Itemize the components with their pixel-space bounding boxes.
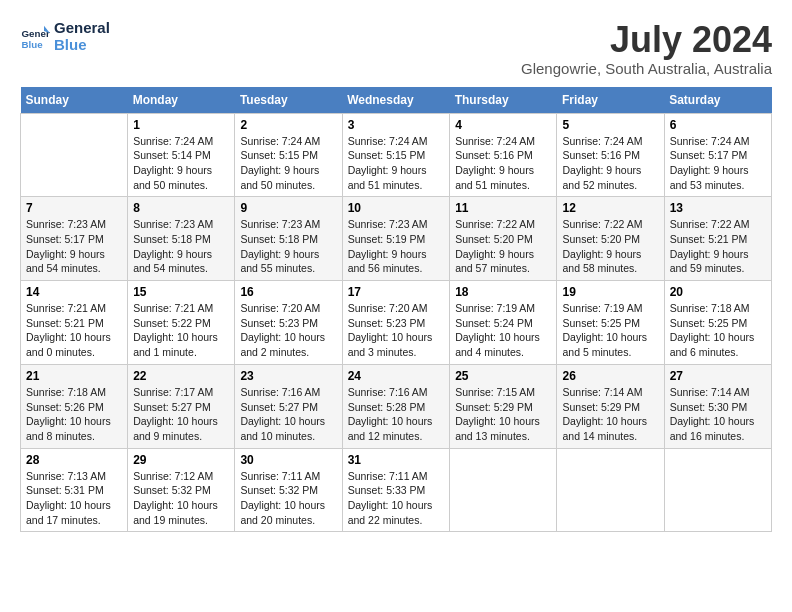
calendar-cell: 8Sunrise: 7:23 AM Sunset: 5:18 PM Daylig… xyxy=(128,197,235,281)
calendar-cell: 7Sunrise: 7:23 AM Sunset: 5:17 PM Daylig… xyxy=(21,197,128,281)
location-subtitle: Glengowrie, South Australia, Australia xyxy=(521,60,772,77)
title-block: July 2024 Glengowrie, South Australia, A… xyxy=(521,20,772,77)
calendar-cell: 14Sunrise: 7:21 AM Sunset: 5:21 PM Dayli… xyxy=(21,281,128,365)
day-info: Sunrise: 7:22 AM Sunset: 5:20 PM Dayligh… xyxy=(562,217,658,276)
calendar-cell: 21Sunrise: 7:18 AM Sunset: 5:26 PM Dayli… xyxy=(21,364,128,448)
week-row-3: 14Sunrise: 7:21 AM Sunset: 5:21 PM Dayli… xyxy=(21,281,772,365)
calendar-cell: 6Sunrise: 7:24 AM Sunset: 5:17 PM Daylig… xyxy=(664,113,771,197)
day-info: Sunrise: 7:20 AM Sunset: 5:23 PM Dayligh… xyxy=(240,301,336,360)
logo: General Blue General Blue xyxy=(20,20,110,53)
calendar-cell: 10Sunrise: 7:23 AM Sunset: 5:19 PM Dayli… xyxy=(342,197,450,281)
day-info: Sunrise: 7:20 AM Sunset: 5:23 PM Dayligh… xyxy=(348,301,445,360)
weekday-header-sunday: Sunday xyxy=(21,87,128,114)
day-info: Sunrise: 7:15 AM Sunset: 5:29 PM Dayligh… xyxy=(455,385,551,444)
calendar-cell xyxy=(557,448,664,532)
day-info: Sunrise: 7:16 AM Sunset: 5:27 PM Dayligh… xyxy=(240,385,336,444)
day-number: 9 xyxy=(240,201,336,215)
day-number: 4 xyxy=(455,118,551,132)
calendar-cell: 5Sunrise: 7:24 AM Sunset: 5:16 PM Daylig… xyxy=(557,113,664,197)
day-info: Sunrise: 7:19 AM Sunset: 5:24 PM Dayligh… xyxy=(455,301,551,360)
month-title: July 2024 xyxy=(521,20,772,60)
day-info: Sunrise: 7:17 AM Sunset: 5:27 PM Dayligh… xyxy=(133,385,229,444)
day-number: 18 xyxy=(455,285,551,299)
calendar-cell: 29Sunrise: 7:12 AM Sunset: 5:32 PM Dayli… xyxy=(128,448,235,532)
week-row-1: 1Sunrise: 7:24 AM Sunset: 5:14 PM Daylig… xyxy=(21,113,772,197)
day-number: 16 xyxy=(240,285,336,299)
day-number: 13 xyxy=(670,201,766,215)
day-number: 28 xyxy=(26,453,122,467)
page-header: General Blue General Blue July 2024 Glen… xyxy=(20,20,772,77)
day-number: 8 xyxy=(133,201,229,215)
day-info: Sunrise: 7:23 AM Sunset: 5:18 PM Dayligh… xyxy=(240,217,336,276)
day-info: Sunrise: 7:11 AM Sunset: 5:33 PM Dayligh… xyxy=(348,469,445,528)
svg-text:Blue: Blue xyxy=(22,38,44,49)
day-number: 22 xyxy=(133,369,229,383)
day-info: Sunrise: 7:22 AM Sunset: 5:20 PM Dayligh… xyxy=(455,217,551,276)
day-info: Sunrise: 7:13 AM Sunset: 5:31 PM Dayligh… xyxy=(26,469,122,528)
day-info: Sunrise: 7:23 AM Sunset: 5:18 PM Dayligh… xyxy=(133,217,229,276)
week-row-5: 28Sunrise: 7:13 AM Sunset: 5:31 PM Dayli… xyxy=(21,448,772,532)
calendar-cell: 16Sunrise: 7:20 AM Sunset: 5:23 PM Dayli… xyxy=(235,281,342,365)
day-number: 23 xyxy=(240,369,336,383)
day-info: Sunrise: 7:19 AM Sunset: 5:25 PM Dayligh… xyxy=(562,301,658,360)
calendar-table: SundayMondayTuesdayWednesdayThursdayFrid… xyxy=(20,87,772,533)
weekday-header-thursday: Thursday xyxy=(450,87,557,114)
weekday-header-row: SundayMondayTuesdayWednesdayThursdayFrid… xyxy=(21,87,772,114)
calendar-cell: 25Sunrise: 7:15 AM Sunset: 5:29 PM Dayli… xyxy=(450,364,557,448)
day-number: 30 xyxy=(240,453,336,467)
calendar-cell: 20Sunrise: 7:18 AM Sunset: 5:25 PM Dayli… xyxy=(664,281,771,365)
day-info: Sunrise: 7:24 AM Sunset: 5:14 PM Dayligh… xyxy=(133,134,229,193)
day-number: 11 xyxy=(455,201,551,215)
day-number: 3 xyxy=(348,118,445,132)
day-info: Sunrise: 7:12 AM Sunset: 5:32 PM Dayligh… xyxy=(133,469,229,528)
day-info: Sunrise: 7:21 AM Sunset: 5:22 PM Dayligh… xyxy=(133,301,229,360)
calendar-cell: 19Sunrise: 7:19 AM Sunset: 5:25 PM Dayli… xyxy=(557,281,664,365)
weekday-header-friday: Friday xyxy=(557,87,664,114)
calendar-cell: 9Sunrise: 7:23 AM Sunset: 5:18 PM Daylig… xyxy=(235,197,342,281)
day-info: Sunrise: 7:23 AM Sunset: 5:19 PM Dayligh… xyxy=(348,217,445,276)
calendar-cell: 1Sunrise: 7:24 AM Sunset: 5:14 PM Daylig… xyxy=(128,113,235,197)
day-number: 27 xyxy=(670,369,766,383)
day-info: Sunrise: 7:11 AM Sunset: 5:32 PM Dayligh… xyxy=(240,469,336,528)
day-info: Sunrise: 7:14 AM Sunset: 5:30 PM Dayligh… xyxy=(670,385,766,444)
calendar-cell: 18Sunrise: 7:19 AM Sunset: 5:24 PM Dayli… xyxy=(450,281,557,365)
calendar-cell: 23Sunrise: 7:16 AM Sunset: 5:27 PM Dayli… xyxy=(235,364,342,448)
day-number: 14 xyxy=(26,285,122,299)
calendar-cell: 3Sunrise: 7:24 AM Sunset: 5:15 PM Daylig… xyxy=(342,113,450,197)
day-number: 5 xyxy=(562,118,658,132)
day-number: 17 xyxy=(348,285,445,299)
weekday-header-monday: Monday xyxy=(128,87,235,114)
day-number: 26 xyxy=(562,369,658,383)
calendar-cell: 31Sunrise: 7:11 AM Sunset: 5:33 PM Dayli… xyxy=(342,448,450,532)
calendar-cell xyxy=(664,448,771,532)
weekday-header-tuesday: Tuesday xyxy=(235,87,342,114)
logo-icon: General Blue xyxy=(20,22,50,52)
day-number: 19 xyxy=(562,285,658,299)
day-info: Sunrise: 7:24 AM Sunset: 5:15 PM Dayligh… xyxy=(240,134,336,193)
day-info: Sunrise: 7:24 AM Sunset: 5:16 PM Dayligh… xyxy=(455,134,551,193)
day-info: Sunrise: 7:18 AM Sunset: 5:25 PM Dayligh… xyxy=(670,301,766,360)
day-number: 2 xyxy=(240,118,336,132)
logo-line1: General xyxy=(54,20,110,37)
calendar-cell: 28Sunrise: 7:13 AM Sunset: 5:31 PM Dayli… xyxy=(21,448,128,532)
day-number: 25 xyxy=(455,369,551,383)
day-info: Sunrise: 7:14 AM Sunset: 5:29 PM Dayligh… xyxy=(562,385,658,444)
calendar-cell: 24Sunrise: 7:16 AM Sunset: 5:28 PM Dayli… xyxy=(342,364,450,448)
calendar-cell: 27Sunrise: 7:14 AM Sunset: 5:30 PM Dayli… xyxy=(664,364,771,448)
day-info: Sunrise: 7:23 AM Sunset: 5:17 PM Dayligh… xyxy=(26,217,122,276)
calendar-cell xyxy=(21,113,128,197)
calendar-cell: 12Sunrise: 7:22 AM Sunset: 5:20 PM Dayli… xyxy=(557,197,664,281)
week-row-2: 7Sunrise: 7:23 AM Sunset: 5:17 PM Daylig… xyxy=(21,197,772,281)
day-info: Sunrise: 7:24 AM Sunset: 5:16 PM Dayligh… xyxy=(562,134,658,193)
day-number: 7 xyxy=(26,201,122,215)
calendar-cell: 30Sunrise: 7:11 AM Sunset: 5:32 PM Dayli… xyxy=(235,448,342,532)
calendar-cell: 2Sunrise: 7:24 AM Sunset: 5:15 PM Daylig… xyxy=(235,113,342,197)
day-number: 20 xyxy=(670,285,766,299)
logo-line2: Blue xyxy=(54,37,110,54)
day-number: 1 xyxy=(133,118,229,132)
calendar-cell: 13Sunrise: 7:22 AM Sunset: 5:21 PM Dayli… xyxy=(664,197,771,281)
day-number: 24 xyxy=(348,369,445,383)
day-number: 31 xyxy=(348,453,445,467)
day-number: 6 xyxy=(670,118,766,132)
day-info: Sunrise: 7:18 AM Sunset: 5:26 PM Dayligh… xyxy=(26,385,122,444)
